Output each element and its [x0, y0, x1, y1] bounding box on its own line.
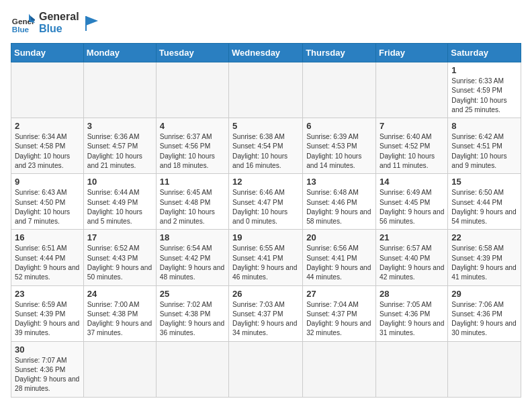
day-number: 17 [87, 232, 152, 242]
day-number: 8 [451, 121, 517, 131]
day-number: 26 [232, 289, 299, 299]
day-info: Sunrise: 6:49 AM Sunset: 4:45 PM Dayligh… [380, 188, 444, 226]
day-number: 15 [451, 177, 517, 187]
day-info: Sunrise: 6:58 AM Sunset: 4:39 PM Dayligh… [451, 244, 517, 282]
day-number: 14 [380, 177, 444, 187]
calendar-cell: 30Sunrise: 7:07 AM Sunset: 4:36 PM Dayli… [11, 341, 84, 397]
day-number: 7 [380, 121, 444, 131]
day-info: Sunrise: 7:02 AM Sunset: 4:38 PM Dayligh… [160, 300, 225, 338]
calendar-cell: 10Sunrise: 6:44 AM Sunset: 4:49 PM Dayli… [83, 174, 156, 230]
calendar-cell [156, 62, 228, 118]
day-info: Sunrise: 7:05 AM Sunset: 4:36 PM Dayligh… [380, 300, 444, 338]
weekday-header-monday: Monday [83, 44, 156, 62]
day-info: Sunrise: 6:39 AM Sunset: 4:53 PM Dayligh… [306, 132, 372, 171]
day-info: Sunrise: 6:37 AM Sunset: 4:56 PM Dayligh… [160, 132, 225, 171]
calendar-cell: 14Sunrise: 6:49 AM Sunset: 4:45 PM Dayli… [376, 174, 448, 230]
day-number: 25 [160, 289, 225, 299]
calendar-cell: 17Sunrise: 6:52 AM Sunset: 4:43 PM Dayli… [83, 230, 156, 285]
calendar-cell: 28Sunrise: 7:05 AM Sunset: 4:36 PM Dayli… [376, 285, 448, 341]
calendar-header-row: SundayMondayTuesdayWednesdayThursdayFrid… [11, 44, 521, 62]
calendar-cell: 1Sunrise: 6:33 AM Sunset: 4:59 PM Daylig… [448, 62, 521, 118]
calendar-week-row: 23Sunrise: 6:59 AM Sunset: 4:39 PM Dayli… [11, 285, 521, 341]
calendar-cell [83, 62, 156, 118]
svg-text:Blue: Blue [12, 25, 30, 34]
calendar-cell [376, 62, 448, 118]
calendar-week-row: 30Sunrise: 7:07 AM Sunset: 4:36 PM Dayli… [11, 341, 521, 397]
svg-marker-4 [86, 16, 98, 26]
calendar-cell: 7Sunrise: 6:40 AM Sunset: 4:52 PM Daylig… [376, 118, 448, 174]
calendar-cell [376, 341, 448, 397]
page-header: General Blue General Blue [11, 11, 521, 35]
day-info: Sunrise: 6:51 AM Sunset: 4:44 PM Dayligh… [15, 244, 80, 282]
day-number: 30 [15, 345, 80, 355]
logo-icon: General Blue [11, 11, 35, 35]
calendar-cell: 19Sunrise: 6:55 AM Sunset: 4:41 PM Dayli… [229, 230, 303, 285]
day-number: 5 [232, 121, 299, 131]
day-info: Sunrise: 6:46 AM Sunset: 4:47 PM Dayligh… [232, 188, 299, 226]
logo-general: General [39, 11, 79, 23]
calendar-cell: 25Sunrise: 7:02 AM Sunset: 4:38 PM Dayli… [156, 285, 228, 341]
day-info: Sunrise: 6:34 AM Sunset: 4:58 PM Dayligh… [15, 132, 80, 171]
day-number: 3 [87, 121, 152, 131]
calendar-cell: 16Sunrise: 6:51 AM Sunset: 4:44 PM Dayli… [11, 230, 84, 285]
day-info: Sunrise: 6:45 AM Sunset: 4:48 PM Dayligh… [160, 188, 225, 226]
calendar-cell [303, 341, 376, 397]
day-info: Sunrise: 6:42 AM Sunset: 4:51 PM Dayligh… [451, 132, 517, 171]
calendar-cell: 15Sunrise: 6:50 AM Sunset: 4:44 PM Dayli… [448, 174, 521, 230]
day-number: 23 [15, 289, 80, 299]
calendar-cell [229, 341, 303, 397]
day-number: 1 [451, 65, 517, 75]
calendar-cell: 5Sunrise: 6:38 AM Sunset: 4:54 PM Daylig… [229, 118, 303, 174]
calendar-cell: 18Sunrise: 6:54 AM Sunset: 4:42 PM Dayli… [156, 230, 228, 285]
day-info: Sunrise: 7:04 AM Sunset: 4:37 PM Dayligh… [306, 300, 372, 338]
day-number: 12 [232, 177, 299, 187]
day-info: Sunrise: 7:06 AM Sunset: 4:36 PM Dayligh… [451, 300, 517, 338]
day-number: 21 [380, 232, 444, 242]
weekday-header-thursday: Thursday [303, 44, 376, 62]
calendar-cell: 27Sunrise: 7:04 AM Sunset: 4:37 PM Dayli… [303, 285, 376, 341]
day-info: Sunrise: 6:57 AM Sunset: 4:40 PM Dayligh… [380, 244, 444, 282]
day-info: Sunrise: 7:03 AM Sunset: 4:37 PM Dayligh… [232, 300, 299, 338]
day-info: Sunrise: 6:33 AM Sunset: 4:59 PM Dayligh… [451, 77, 517, 115]
day-number: 11 [160, 177, 225, 187]
day-info: Sunrise: 6:40 AM Sunset: 4:52 PM Dayligh… [380, 132, 444, 171]
day-number: 6 [306, 121, 372, 131]
day-number: 27 [306, 289, 372, 299]
day-info: Sunrise: 7:00 AM Sunset: 4:38 PM Dayligh… [87, 300, 152, 338]
day-number: 29 [451, 289, 517, 299]
calendar-cell [448, 341, 521, 397]
day-number: 2 [15, 121, 80, 131]
day-number: 28 [380, 289, 444, 299]
logo-blue: Blue [39, 23, 79, 35]
calendar-cell: 22Sunrise: 6:58 AM Sunset: 4:39 PM Dayli… [448, 230, 521, 285]
day-number: 13 [306, 177, 372, 187]
calendar-week-row: 2Sunrise: 6:34 AM Sunset: 4:58 PM Daylig… [11, 118, 521, 174]
weekday-header-wednesday: Wednesday [229, 44, 303, 62]
calendar-week-row: 1Sunrise: 6:33 AM Sunset: 4:59 PM Daylig… [11, 62, 521, 118]
day-info: Sunrise: 6:55 AM Sunset: 4:41 PM Dayligh… [232, 244, 299, 282]
weekday-header-friday: Friday [376, 44, 448, 62]
calendar-cell: 21Sunrise: 6:57 AM Sunset: 4:40 PM Dayli… [376, 230, 448, 285]
calendar-cell: 13Sunrise: 6:48 AM Sunset: 4:46 PM Dayli… [303, 174, 376, 230]
calendar-cell: 3Sunrise: 6:36 AM Sunset: 4:57 PM Daylig… [83, 118, 156, 174]
day-info: Sunrise: 6:59 AM Sunset: 4:39 PM Dayligh… [15, 300, 80, 338]
calendar-cell: 11Sunrise: 6:45 AM Sunset: 4:48 PM Dayli… [156, 174, 228, 230]
logo-flag-icon [83, 13, 102, 32]
weekday-header-sunday: Sunday [11, 44, 84, 62]
calendar-cell: 29Sunrise: 7:06 AM Sunset: 4:36 PM Dayli… [448, 285, 521, 341]
logo: General Blue General Blue [11, 11, 102, 35]
calendar-cell: 8Sunrise: 6:42 AM Sunset: 4:51 PM Daylig… [448, 118, 521, 174]
day-info: Sunrise: 6:36 AM Sunset: 4:57 PM Dayligh… [87, 132, 152, 171]
day-info: Sunrise: 6:44 AM Sunset: 4:49 PM Dayligh… [87, 188, 152, 226]
day-number: 9 [15, 177, 80, 187]
calendar-cell [156, 341, 228, 397]
calendar-week-row: 9Sunrise: 6:43 AM Sunset: 4:50 PM Daylig… [11, 174, 521, 230]
day-info: Sunrise: 6:43 AM Sunset: 4:50 PM Dayligh… [15, 188, 80, 226]
calendar-cell [303, 62, 376, 118]
calendar-cell: 6Sunrise: 6:39 AM Sunset: 4:53 PM Daylig… [303, 118, 376, 174]
day-number: 10 [87, 177, 152, 187]
calendar-cell: 12Sunrise: 6:46 AM Sunset: 4:47 PM Dayli… [229, 174, 303, 230]
calendar-cell: 9Sunrise: 6:43 AM Sunset: 4:50 PM Daylig… [11, 174, 84, 230]
calendar-cell: 4Sunrise: 6:37 AM Sunset: 4:56 PM Daylig… [156, 118, 228, 174]
calendar-cell: 20Sunrise: 6:56 AM Sunset: 4:41 PM Dayli… [303, 230, 376, 285]
